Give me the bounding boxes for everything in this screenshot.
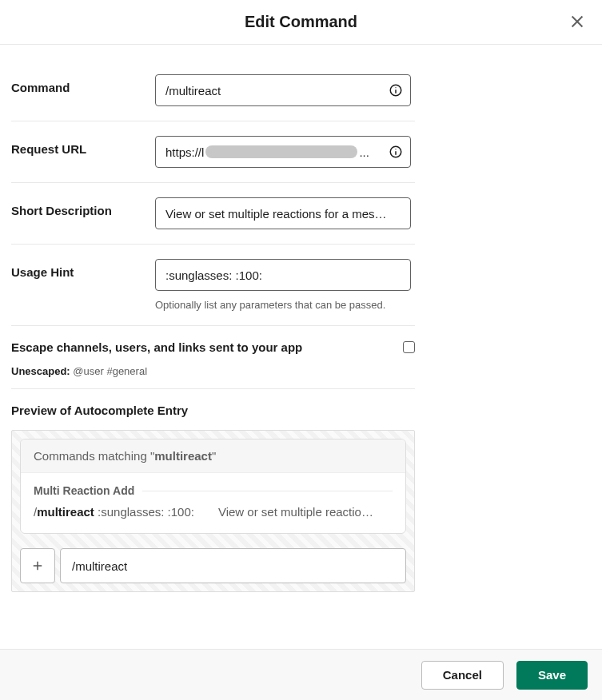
field-escape: Escape channels, users, and links sent t… <box>11 325 415 388</box>
autocomplete-command: /multireact :sunglasses: :100: <box>34 505 194 519</box>
autocomplete-command-row: /multireact :sunglasses: :100: View or s… <box>34 505 393 519</box>
autocomplete-app-row: Multi Reaction Add <box>34 484 393 497</box>
field-usage-hint: Usage Hint Optionally list any parameter… <box>11 244 415 325</box>
svg-point-4 <box>395 87 396 88</box>
field-short-description: Short Description <box>11 182 415 244</box>
divider-line <box>142 491 393 491</box>
redacted-content <box>205 145 357 158</box>
autocomplete-header: Commands matching "multireact" <box>21 439 405 473</box>
compose-input[interactable]: /multireact <box>60 548 406 583</box>
save-button[interactable]: Save <box>516 661 588 690</box>
compose-plus-button[interactable] <box>20 548 55 583</box>
preview-title: Preview of Autocomplete Entry <box>11 404 415 417</box>
autocomplete-command-hint: :sunglasses: :100: <box>94 505 194 519</box>
cancel-button[interactable]: Cancel <box>421 661 504 690</box>
escape-checkbox[interactable] <box>403 341 415 353</box>
command-label: Command <box>11 74 155 94</box>
compose-input-value: /multireact <box>72 559 127 573</box>
escape-hint: Unescaped: @user #general <box>11 365 415 377</box>
request-url-input[interactable]: https://l... <box>155 136 411 168</box>
request-url-prefix: https:// <box>165 145 201 159</box>
autocomplete-matching-prefix: Commands matching " <box>34 449 154 463</box>
field-request-url: Request URL https://l... <box>11 121 415 182</box>
escape-label: Escape channels, users, and links sent t… <box>11 340 302 354</box>
autocomplete-command-bold: multireact <box>37 505 94 519</box>
autocomplete-matching-suffix: " <box>212 449 216 463</box>
autocomplete-app-name: Multi Reaction Add <box>34 484 134 497</box>
preview-section: Preview of Autocomplete Entry Commands m… <box>11 388 415 592</box>
plus-icon <box>30 559 45 573</box>
svg-point-7 <box>395 149 396 149</box>
autocomplete-matching-term: multireact <box>154 449 212 463</box>
request-url-suffix: ... <box>359 145 369 159</box>
dialog-header: Edit Command <box>0 0 602 45</box>
autocomplete-command-desc: View or set multiple reactio… <box>218 505 393 519</box>
usage-hint-input[interactable] <box>155 259 411 291</box>
info-icon[interactable] <box>389 83 403 97</box>
usage-hint-label: Usage Hint <box>11 259 155 279</box>
compose-row: /multireact <box>20 548 406 583</box>
preview-box: Commands matching "multireact" Multi Rea… <box>11 430 415 592</box>
short-description-label: Short Description <box>11 197 155 217</box>
request-url-label: Request URL <box>11 136 155 156</box>
short-description-input[interactable] <box>155 197 411 229</box>
dialog-body: Command Request URL https://l... Sh <box>0 46 602 649</box>
autocomplete-body: Multi Reaction Add /multireact :sunglass… <box>21 473 405 533</box>
info-icon[interactable] <box>389 145 403 159</box>
close-button[interactable] <box>567 11 588 32</box>
autocomplete-card: Commands matching "multireact" Multi Rea… <box>20 439 406 534</box>
command-input[interactable] <box>155 74 411 106</box>
field-command: Command <box>11 58 415 121</box>
dialog-footer: Cancel Save <box>0 649 602 700</box>
usage-hint-help: Optionally list any parameters that can … <box>155 299 415 311</box>
close-icon <box>568 13 586 30</box>
escape-hint-value: @user #general <box>73 365 147 377</box>
escape-hint-prefix: Unescaped: <box>11 365 70 377</box>
request-url-redacted: l <box>201 145 204 159</box>
dialog-title: Edit Command <box>245 13 357 31</box>
autocomplete-pointer <box>38 533 51 534</box>
